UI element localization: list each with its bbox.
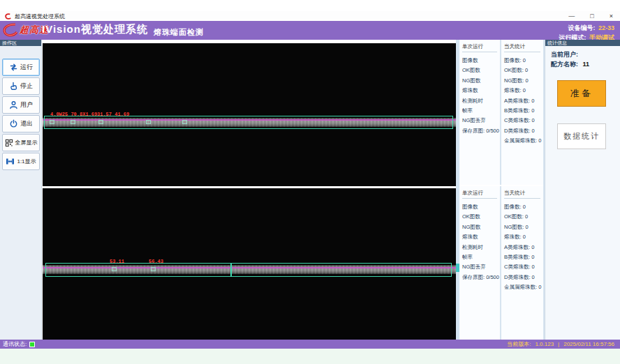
detection-box — [45, 263, 231, 277]
stop-button[interactable]: 停止 — [2, 77, 40, 95]
measurement-annotation: 31.57 41.69 — [97, 112, 129, 117]
stat-row: A类熔珠数: 0 — [504, 243, 543, 252]
stat-row: 检测耗时 — [462, 243, 500, 252]
stat-row: 帧率 — [462, 252, 500, 262]
stat-row: OK图数 — [462, 66, 500, 75]
single-run-title: 单次运行 — [462, 43, 497, 52]
close-icon[interactable]: × — [610, 11, 613, 21]
stat-row: 熔珠数 — [462, 232, 500, 242]
page-title: IVision视觉处理系统 — [42, 23, 148, 36]
app-header: 超高速 IVision视觉处理系统 熔珠端面检测 配方 设置 外侧相机 内侧相机… — [0, 21, 620, 40]
stat-row: NG图数 — [462, 76, 500, 86]
desktop-margin — [0, 349, 620, 364]
stat-row: NG图数: 0 — [504, 76, 543, 86]
brand-swoosh-icon — [1, 22, 20, 38]
version-value: 1.0.123 — [535, 341, 554, 347]
maximize-icon[interactable]: □ — [590, 11, 593, 21]
stat-row: 金属屑熔珠数: 0 — [504, 282, 543, 292]
single-run-rows: 图像数OK图数NG图数熔珠数检测耗时帧率NG图丢弃保存原图: 0/500 — [462, 56, 500, 136]
run-button[interactable]: 运行 — [2, 59, 40, 76]
stat-row: NG图数 — [462, 222, 500, 232]
stat-row: 帧率 — [462, 106, 500, 116]
datetime-value: 2025/02/11 16:57:56 — [563, 341, 614, 347]
sidebar-title: 操作区 — [0, 40, 41, 46]
today-stats-title: 当天统计 — [504, 43, 540, 52]
status-bar: 通讯状态: 当前版本: 1.0.123 | 2025/02/11 16:57:5… — [0, 340, 620, 349]
stat-row: 金属屑熔珠数: 0 — [504, 136, 543, 146]
comm-status-indicator — [29, 342, 35, 347]
stat-row: 图像数: 0 — [504, 202, 543, 212]
version-label: 当前版本: — [507, 340, 531, 348]
run-button-label: 运行 — [20, 63, 33, 72]
stat-row: NG图丢弃 — [462, 116, 500, 126]
user-button-label: 用户 — [20, 100, 33, 109]
app-window: 超高速视觉处理系统 — □ × 超高速 IVision视觉处理系统 熔珠端面检测… — [0, 0, 620, 364]
current-user-row: 当前用户: — [551, 50, 578, 59]
stat-row: 保存原图: 0/500 — [462, 273, 500, 282]
stat-row: NG图数: 0 — [504, 222, 543, 232]
stat-row: 保存原图: 0/500 — [462, 126, 500, 136]
inner-camera-view[interactable]: 53.11 56.43 — [43, 188, 456, 340]
single-run-rows: 图像数OK图数NG图数熔珠数检测耗时帧率NG图丢弃保存原图: 0/500 — [462, 202, 500, 282]
stop-hand-icon — [9, 82, 18, 91]
single-run-title: 单次运行 — [462, 190, 497, 199]
stat-row: B类熔珠数: 0 — [504, 106, 543, 116]
detection-box — [231, 263, 452, 277]
stat-row: 熔珠数 — [462, 86, 500, 96]
outer-camera-view[interactable]: 4.0W25 70.8X1.69 31.57 41.69 — [43, 43, 456, 186]
ready-button[interactable]: 准备 — [557, 80, 606, 107]
today-stats-rows: 图像数: 0OK图数: 0NG图数: 0熔珠数: 0A类熔珠数: 0B类熔珠数:… — [504, 56, 543, 146]
header-info: 设备编号: 22-33 运行模式: 手动调试 — [559, 22, 614, 42]
fullscreen-button-label: 全屏显示 — [15, 139, 38, 146]
recipe-row: 配方名称: 11 — [551, 60, 589, 69]
stat-row: OK图数 — [462, 212, 500, 222]
recipe-name-value: 11 — [583, 61, 590, 68]
exit-button-label: 退出 — [20, 119, 33, 128]
user-button[interactable]: 用户 — [2, 96, 40, 114]
stat-row: 熔珠数: 0 — [504, 86, 543, 96]
exit-button[interactable]: 退出 — [2, 115, 40, 132]
run-arrows-icon — [9, 63, 18, 72]
stat-row: 图像数 — [462, 56, 500, 66]
one-to-one-button[interactable]: 1:1显示 — [2, 153, 40, 170]
comm-status-label: 通讯状态: — [3, 340, 27, 348]
current-user-label: 当前用户: — [551, 51, 578, 58]
titlebar: 超高速视觉处理系统 — □ × — [0, 11, 620, 21]
window-title: 超高速视觉处理系统 — [15, 13, 65, 20]
recipe-name-label: 配方名称: — [551, 61, 578, 68]
stat-row: 检测耗时 — [462, 96, 500, 106]
data-statistics-button[interactable]: 数据统计 — [557, 123, 606, 149]
device-id-value: 22-33 — [598, 24, 614, 31]
info-panel: 统计信息 当前用户: 配方名称: 11 准备 数据统计 — [545, 40, 620, 340]
detection-box — [44, 116, 453, 129]
stat-row: 图像数: 0 — [504, 56, 543, 66]
today-stats-title: 当天统计 — [504, 190, 540, 199]
one-to-one-button-label: 1:1显示 — [17, 158, 36, 165]
stat-row: NG图丢弃 — [462, 262, 500, 272]
user-icon — [9, 100, 18, 109]
stat-row: OK图数: 0 — [504, 66, 543, 75]
fullscreen-button[interactable]: 全屏显示 — [2, 134, 40, 151]
measurement-annotation: 4.0W25 70.8X1.69 — [50, 112, 97, 117]
app-logo-icon — [4, 13, 12, 20]
power-icon — [9, 119, 18, 128]
stat-row: C类熔珠数: 0 — [504, 116, 543, 126]
measurement-annotation: 56.43 — [149, 259, 163, 264]
stat-row: D类熔珠数: 0 — [504, 273, 543, 282]
stat-row: A类熔珠数: 0 — [504, 96, 543, 106]
stats-panel-outer: 单次运行 图像数OK图数NG图数熔珠数检测耗时帧率NG图丢弃保存原图: 0/50… — [459, 40, 543, 185]
stat-row: OK图数: 0 — [504, 212, 543, 222]
fullscreen-icon — [5, 139, 13, 147]
device-id-label: 设备编号: — [568, 24, 596, 31]
stat-row: 熔珠数: 0 — [504, 232, 543, 242]
operation-sidebar: 操作区 运行 停止 用户 退出 — [0, 40, 42, 340]
stats-panel-inner: 单次运行 图像数OK图数NG图数熔珠数检测耗时帧率NG图丢弃保存原图: 0/50… — [459, 186, 543, 340]
minimize-icon[interactable]: — — [568, 11, 575, 21]
page-subtitle: 熔珠端面检测 — [154, 27, 204, 38]
info-panel-title: 统计信息 — [545, 40, 620, 46]
stat-row: C类熔珠数: 0 — [504, 262, 543, 272]
measurement-annotation: 53.11 — [110, 259, 124, 264]
one-to-one-icon — [6, 157, 15, 166]
stat-row: D类熔珠数: 0 — [504, 126, 543, 136]
stop-button-label: 停止 — [20, 82, 33, 91]
